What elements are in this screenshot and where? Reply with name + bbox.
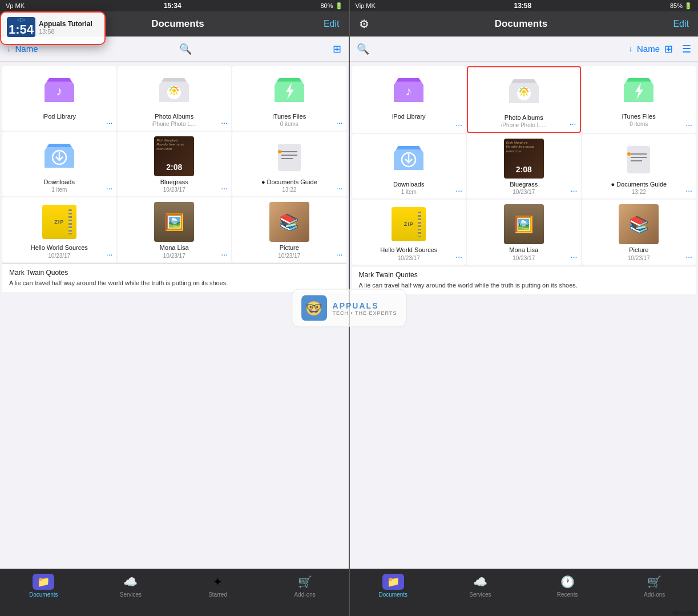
- left-icon-hwsources: ZIP: [39, 202, 79, 242]
- right-sub-downloads: 1 item: [401, 189, 417, 195]
- right-tab-services[interactable]: ☁️ Services: [437, 574, 524, 598]
- right-more-picture[interactable]: ···: [685, 252, 692, 261]
- left-more-docsguide[interactable]: ···: [336, 184, 343, 193]
- right-tab-recents[interactable]: 🕐 Recents: [524, 574, 611, 598]
- right-icon-hwsources: ZIP: [389, 204, 429, 244]
- right-more-itunes[interactable]: ···: [685, 120, 692, 129]
- right-grid-icon[interactable]: ⊞: [664, 43, 673, 55]
- left-sub-hwsources: 10/23/17: [48, 253, 70, 259]
- right-item-hwsources[interactable]: ZIP Hello World Sources 10/23/17 ···: [352, 200, 466, 264]
- right-sort-arrow: ↓: [628, 44, 632, 53]
- right-item-itunes[interactable]: iTunes Files 0 items ···: [582, 66, 696, 133]
- left-more-hwsources[interactable]: ···: [106, 250, 113, 259]
- right-sub-bluegrass: 10/23/17: [513, 189, 535, 195]
- left-row-3: ZIP Hello World Sources 10/23/17 ··· 🖼️ …: [2, 197, 346, 262]
- right-more-hwsources[interactable]: ···: [455, 252, 462, 261]
- left-item-picture[interactable]: 📚 Picture 10/23/17 ···: [232, 197, 346, 262]
- right-icon-ipod: ♪: [389, 71, 429, 111]
- left-more-bluegrass[interactable]: ···: [221, 184, 228, 193]
- left-search-icon[interactable]: 🔍: [179, 43, 192, 55]
- right-item-picture[interactable]: 📚 Picture 10/23/17 ···: [582, 200, 696, 264]
- right-battery-pct: 85%: [670, 2, 683, 9]
- right-more-docsguide[interactable]: ···: [685, 186, 692, 195]
- right-item-photos[interactable]: Photo Albums iPhone Photo L.... ···: [467, 66, 581, 133]
- right-more-photos[interactable]: ···: [570, 119, 576, 128]
- left-tab-documents-icon: 📁: [35, 574, 51, 590]
- right-item-bluegrass[interactable]: Rich Murphy'sRoyalty free music room.com…: [467, 134, 581, 198]
- right-item-downloads[interactable]: Downloads 1 item ···: [352, 134, 466, 198]
- left-tab-documents[interactable]: 📁 Documents: [0, 574, 87, 598]
- right-more-ipod[interactable]: ···: [455, 120, 462, 129]
- right-tab-services-icon: ☁️: [472, 574, 488, 590]
- left-tab-addons-icon: 🛒: [297, 574, 313, 590]
- right-carrier: Vip MK: [356, 2, 376, 9]
- right-row-1: ♪ iPod Library ···: [352, 66, 696, 133]
- left-more-monalisa[interactable]: ···: [221, 250, 228, 259]
- right-sub-photos: iPhone Photo L....: [501, 122, 547, 128]
- left-more-ipod[interactable]: ···: [106, 118, 113, 127]
- right-item-docsguide[interactable]: ● Documents Guide 13:22 ···: [582, 134, 696, 198]
- right-edit-button[interactable]: Edit: [673, 19, 689, 29]
- left-item-downloads[interactable]: Downloads 1 item ···: [2, 132, 116, 196]
- left-more-downloads[interactable]: ···: [106, 184, 113, 193]
- left-edit-button[interactable]: Edit: [324, 19, 340, 29]
- left-item-itunes[interactable]: iTunes Files 0 items ···: [232, 66, 346, 131]
- notification-card[interactable]: ◁ ▷ 1:54 Appuals Tutorial 13:58: [0, 11, 106, 45]
- left-icon-monalisa: 🖼️: [154, 202, 194, 242]
- right-more-downloads[interactable]: ···: [455, 186, 462, 195]
- left-item-hwsources[interactable]: ZIP Hello World Sources 10/23/17 ···: [2, 197, 116, 262]
- left-name-bluegrass: Bluegrass: [160, 179, 188, 186]
- right-sub-docsguide: 13:22: [632, 189, 646, 195]
- right-item-monalisa[interactable]: 🖼️ Mona Lisa 10/23/17 ···: [467, 200, 581, 264]
- left-text-title: Mark Twain Quotes: [9, 269, 340, 277]
- right-time: 13:58: [514, 2, 532, 10]
- left-tab-bar: 📁 Documents ☁️ Services ✦ Starred 🛒 Add-…: [0, 569, 349, 616]
- left-item-docsguide[interactable]: ● Documents Guide 13:22 ···: [232, 132, 346, 196]
- right-more-monalisa[interactable]: ···: [571, 252, 578, 261]
- left-more-photos[interactable]: ···: [221, 118, 228, 127]
- right-battery-icon: 🔋: [684, 2, 692, 10]
- left-tab-addons-label: Add-ons: [294, 591, 316, 598]
- left-tab-addons[interactable]: 🛒 Add-ons: [261, 574, 349, 598]
- right-search-icon[interactable]: 🔍: [357, 43, 369, 55]
- left-sort-label[interactable]: Name: [15, 44, 38, 54]
- left-tab-starred[interactable]: ✦ Starred: [174, 574, 261, 598]
- left-more-itunes[interactable]: ···: [336, 118, 343, 127]
- right-list-icon[interactable]: ☰: [682, 43, 691, 55]
- right-tab-documents[interactable]: 📁 Documents: [350, 574, 437, 598]
- left-item-monalisa[interactable]: 🖼️ Mona Lisa 10/23/17 ···: [118, 197, 232, 262]
- right-more-bluegrass[interactable]: ···: [571, 186, 578, 195]
- right-name-ipod: iPod Library: [392, 113, 426, 120]
- right-sub-itunes: 0 items: [630, 121, 648, 127]
- svg-marker-1: [47, 78, 72, 82]
- right-gear-icon[interactable]: ⚙: [359, 17, 369, 31]
- left-item-photos[interactable]: Photo Albums iPhone Photo L.... ···: [118, 66, 232, 131]
- notif-title: Appuals Tutorial: [39, 20, 92, 28]
- right-icon-itunes: [619, 71, 659, 111]
- left-phone-panel: Vp MK 15:34 80% 🔋 ◁ ▷ 1:54 Appuals Tutor…: [0, 0, 349, 616]
- left-more-picture[interactable]: ···: [336, 250, 343, 259]
- left-sub-downloads: 1 item: [51, 187, 67, 193]
- svg-point-27: [522, 90, 526, 94]
- svg-marker-12: [47, 144, 72, 147]
- left-tab-services-icon: ☁️: [123, 574, 139, 590]
- svg-point-19: [278, 150, 281, 153]
- left-grid-icon[interactable]: ⊞: [333, 43, 341, 55]
- left-row-1: ♪ iPod Library ···: [2, 66, 346, 131]
- left-item-bluegrass[interactable]: Rich Murphy'sRoyalty free music room.com…: [118, 132, 232, 196]
- svg-point-7: [172, 89, 176, 92]
- left-grid-content: ♪ iPod Library ···: [0, 62, 349, 569]
- left-text-body: A lie can travel half way around the wor…: [9, 279, 340, 287]
- right-tab-addons[interactable]: 🛒 Add-ons: [611, 574, 698, 598]
- right-sort-label[interactable]: Name: [637, 44, 660, 54]
- right-tab-services-label: Services: [469, 591, 491, 598]
- left-tab-starred-label: Starred: [208, 591, 227, 598]
- left-name-ipod: iPod Library: [42, 113, 76, 120]
- svg-rect-35: [627, 146, 650, 173]
- svg-rect-15: [278, 144, 301, 171]
- right-item-ipod[interactable]: ♪ iPod Library ···: [352, 66, 466, 133]
- left-item-ipod[interactable]: ♪ iPod Library ···: [2, 66, 116, 131]
- notif-time: 13:58: [39, 28, 92, 35]
- left-battery-icon: 🔋: [335, 2, 343, 10]
- left-tab-services[interactable]: ☁️ Services: [87, 574, 175, 598]
